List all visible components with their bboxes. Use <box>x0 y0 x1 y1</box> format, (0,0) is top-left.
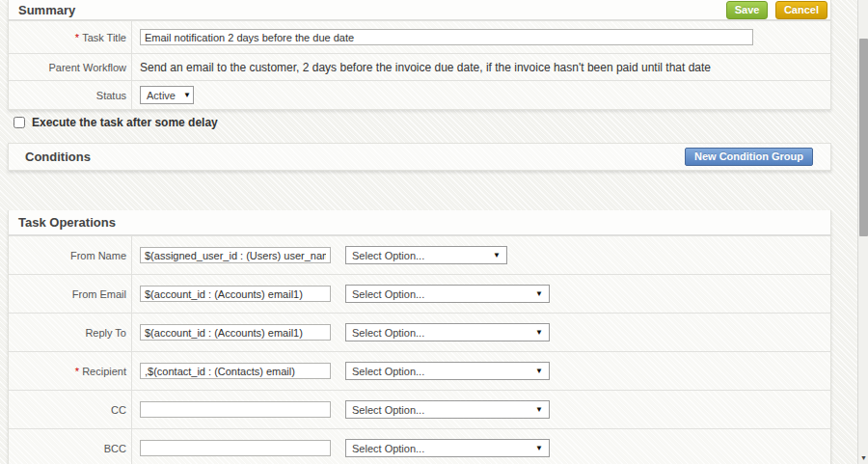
cc-input[interactable] <box>140 401 331 418</box>
status-select[interactable]: Active ▼ <box>140 86 194 104</box>
reply-to-input[interactable] <box>140 324 331 341</box>
bcc-label: BCC <box>9 429 132 464</box>
recipient-input[interactable] <box>140 363 331 379</box>
bcc-row: BCC Select Option... ▼ <box>9 428 830 464</box>
reply-to-value-cell: Select Option... ▼ <box>132 323 830 341</box>
status-value-cell: Active ▼ <box>132 86 830 104</box>
cc-select-value: Select Option... <box>352 404 424 416</box>
summary-header: Summary Save Cancel <box>9 0 830 20</box>
parent-workflow-row: Parent Workflow Send an email to the cus… <box>9 53 830 80</box>
chevron-down-icon: ▼ <box>535 367 543 375</box>
task-title-input[interactable] <box>140 29 753 45</box>
bcc-select[interactable]: Select Option... ▼ <box>345 439 550 457</box>
task-operations-header: Task Operations <box>9 210 830 235</box>
from-email-select[interactable]: Select Option... ▼ <box>345 285 550 303</box>
from-name-value-cell: Select Option... ▼ <box>132 246 830 264</box>
cc-select[interactable]: Select Option... ▼ <box>345 400 550 419</box>
status-row: Status Active ▼ <box>9 80 830 109</box>
reply-to-select[interactable]: Select Option... ▼ <box>345 323 550 341</box>
from-email-select-value: Select Option... <box>352 288 424 300</box>
summary-title: Summary <box>18 3 75 17</box>
summary-actions: Save Cancel <box>726 0 827 19</box>
task-title-value-cell <box>132 29 830 45</box>
vertical-scrollbar[interactable]: ▼ <box>857 0 868 464</box>
scrollbar-thumb[interactable] <box>859 39 868 236</box>
delay-checkbox-label: Execute the task after some delay <box>32 116 218 129</box>
cc-value-cell: Select Option... ▼ <box>132 400 830 419</box>
from-email-label: From Email <box>9 275 132 313</box>
from-email-input[interactable] <box>140 286 331 302</box>
recipient-select-value: Select Option... <box>352 366 424 377</box>
cc-row: CC Select Option... ▼ <box>9 390 830 428</box>
recipient-select[interactable]: Select Option... ▼ <box>345 362 550 380</box>
from-name-input[interactable] <box>140 247 331 263</box>
scroll-down-icon[interactable]: ▼ <box>859 453 868 463</box>
reply-to-row: Reply To Select Option... ▼ <box>9 313 830 351</box>
task-title-row: * Task Title <box>9 20 830 53</box>
chevron-down-icon: ▼ <box>535 405 543 414</box>
bcc-input[interactable] <box>140 440 331 456</box>
from-name-select-value: Select Option... <box>352 250 424 261</box>
required-marker: * <box>75 32 79 43</box>
delay-checkbox[interactable] <box>14 117 25 128</box>
save-button[interactable]: Save <box>726 1 769 19</box>
status-label: Status <box>9 81 132 109</box>
task-operations-panel: Task Operations From Name Select Option.… <box>8 210 831 464</box>
chevron-down-icon: ▼ <box>493 251 501 259</box>
recipient-value-cell: Select Option... ▼ <box>132 362 830 380</box>
parent-workflow-text: Send an email to the customer, 2 days be… <box>140 61 711 74</box>
bcc-select-value: Select Option... <box>352 443 424 454</box>
workflow-task-editor-page: Summary Save Cancel * Task Title Parent … <box>0 0 868 464</box>
chevron-down-icon: ▼ <box>535 444 543 452</box>
chevron-down-icon: ▼ <box>183 91 191 99</box>
from-name-label: From Name <box>9 236 132 274</box>
chevron-down-icon: ▼ <box>535 328 543 337</box>
summary-panel: Summary Save Cancel * Task Title Parent … <box>8 0 831 110</box>
from-name-row: From Name Select Option... ▼ <box>9 235 830 274</box>
parent-workflow-value-cell: Send an email to the customer, 2 days be… <box>132 61 830 74</box>
cancel-button[interactable]: Cancel <box>775 1 827 19</box>
reply-to-label: Reply To <box>9 314 132 351</box>
recipient-row: * Recipient Select Option... ▼ <box>9 351 830 390</box>
parent-workflow-label: Parent Workflow <box>9 54 132 80</box>
status-select-value: Active <box>147 90 176 101</box>
task-title-label: * Task Title <box>9 21 132 53</box>
chevron-down-icon: ▼ <box>535 289 543 298</box>
from-email-row: From Email Select Option... ▼ <box>9 274 830 313</box>
conditions-panel: Conditions New Condition Group <box>8 143 831 171</box>
delay-option-row: Execute the task after some delay <box>14 116 218 129</box>
cc-label: CC <box>9 391 132 428</box>
new-condition-group-button[interactable]: New Condition Group <box>685 148 813 166</box>
from-email-value-cell: Select Option... ▼ <box>132 285 830 303</box>
task-operations-title: Task Operations <box>18 215 116 230</box>
recipient-label: * Recipient <box>9 352 132 390</box>
from-name-select[interactable]: Select Option... ▼ <box>345 246 507 264</box>
conditions-title: Conditions <box>9 150 91 164</box>
required-marker: * <box>75 366 79 377</box>
reply-to-select-value: Select Option... <box>352 327 424 339</box>
bcc-value-cell: Select Option... ▼ <box>132 439 830 457</box>
